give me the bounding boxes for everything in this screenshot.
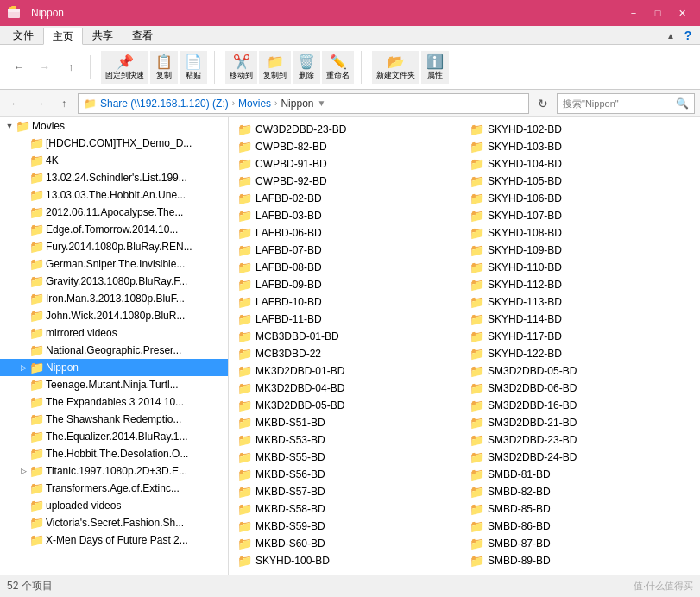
tree-item[interactable]: 📁mirrored videos: [0, 324, 228, 342]
tree-item[interactable]: 📁German.Sniper.The.Invisible...: [0, 255, 228, 273]
tree-item[interactable]: 📁13.02.24.Schindler's.List.199...: [0, 169, 228, 186]
rename-button[interactable]: ✏️ 重命名: [322, 51, 354, 84]
folder-item[interactable]: 📁SKYHD-104-BD: [464, 155, 697, 173]
folder-item[interactable]: 📁SKYHD-108-BD: [464, 224, 697, 242]
copy-to-button[interactable]: 📁 复制到: [259, 51, 291, 84]
ribbon-forward-button[interactable]: →: [33, 55, 57, 79]
folder-item[interactable]: 📁LAFBD-07-BD: [232, 242, 464, 259]
up-button[interactable]: ↑: [54, 93, 74, 114]
move-to-button[interactable]: ✂️ 移动到: [225, 51, 257, 84]
folder-item[interactable]: 📁MK3D2DBD-04-BD: [232, 380, 464, 397]
tree-item[interactable]: 📁Fury.2014.1080p.BluRay.REN...: [0, 238, 228, 255]
folder-item[interactable]: 📁MKBD-S53-BD: [232, 431, 464, 449]
folder-item[interactable]: 📁CWPBD-82-BD: [232, 138, 464, 155]
folder-item[interactable]: 📁SM3D2DBD-21-BD: [464, 414, 697, 431]
search-input[interactable]: [563, 98, 676, 109]
folder-item[interactable]: 📁MKBD-S55-BD: [232, 449, 464, 466]
folder-item[interactable]: 📁SM3D2DBD-16-BD: [464, 397, 697, 414]
back-button[interactable]: ←: [5, 93, 26, 114]
paste-button[interactable]: 📄 粘贴: [180, 51, 207, 84]
ribbon-collapse-button[interactable]: ▲: [662, 27, 679, 44]
maximize-button[interactable]: □: [646, 5, 669, 21]
folder-item[interactable]: 📁SKYHD-107-BD: [464, 207, 697, 224]
folder-item[interactable]: 📁SMBD-86-BD: [464, 518, 697, 535]
tree-item[interactable]: 📁John.Wick.2014.1080p.BluR...: [0, 307, 228, 324]
folder-item[interactable]: 📁LAFBD-10-BD: [232, 293, 464, 311]
folder-item[interactable]: 📁MCB3DBD-01-BD: [232, 328, 464, 345]
tab-file[interactable]: 文件: [3, 27, 43, 44]
tab-share[interactable]: 共享: [83, 27, 123, 44]
ribbon-up-button[interactable]: ↑: [59, 55, 83, 79]
pin-to-quick-button[interactable]: 📌 固定到快速: [101, 51, 148, 84]
folder-item[interactable]: 📁CWPBD-92-BD: [232, 173, 464, 190]
folder-item[interactable]: 📁SMBD-85-BD: [464, 500, 697, 518]
folder-item[interactable]: 📁LAFBD-02-BD: [232, 190, 464, 207]
folder-item[interactable]: 📁MKBD-S60-BD: [232, 535, 464, 552]
address-path[interactable]: 📁 Share (\\192.168.1.120) (Z:) › Movies …: [78, 93, 529, 114]
tree-item[interactable]: ▼📁Movies: [0, 117, 228, 135]
folder-item[interactable]: 📁SM3D2DBD-05-BD: [464, 362, 697, 380]
tree-item[interactable]: 📁Iron.Man.3.2013.1080p.BluF...: [0, 290, 228, 307]
folder-item[interactable]: 📁CW3D2DBD-23-BD: [232, 121, 464, 138]
folder-item[interactable]: 📁SKYHD-112-BD: [464, 276, 697, 293]
folder-item[interactable]: 📁SKYHD-110-BD: [464, 259, 697, 276]
minimize-button[interactable]: −: [622, 5, 645, 21]
folder-item[interactable]: 📁SKYHD-105-BD: [464, 173, 697, 190]
tree-item[interactable]: 📁Edge.of.Tomorrow.2014.10...: [0, 221, 228, 238]
folder-item[interactable]: 📁MKBD-S59-BD: [232, 518, 464, 535]
path-dropdown-arrow[interactable]: ▼: [317, 98, 325, 108]
ribbon-back-button[interactable]: ←: [7, 55, 31, 79]
tree-item[interactable]: 📁The Expandables 3 2014 10...: [0, 393, 228, 411]
tree-item[interactable]: 📁X-Men Days of Future Past 2...: [0, 531, 228, 549]
folder-item[interactable]: 📁SKYHD-109-BD: [464, 242, 697, 259]
folder-item[interactable]: 📁SKYHD-100-BD: [232, 552, 464, 569]
folder-item[interactable]: 📁LAFBD-06-BD: [232, 224, 464, 242]
tree-item[interactable]: 📁[HDCHD.COM]THX_Demo_D...: [0, 135, 228, 152]
folder-item[interactable]: 📁SKYHD-117-BD: [464, 328, 697, 345]
folder-item[interactable]: 📁MK3D2DBD-01-BD: [232, 362, 464, 380]
tree-item[interactable]: 📁Gravity.2013.1080p.BluRay.F...: [0, 273, 228, 290]
tree-item[interactable]: 📁Transformers.Age.of.Extinc...: [0, 480, 228, 497]
folder-item[interactable]: 📁SKYHD-114-BD: [464, 311, 697, 328]
folder-item[interactable]: 📁SM3D2DBD-24-BD: [464, 449, 697, 466]
folder-item[interactable]: 📁SM3D2DBD-06-BD: [464, 380, 697, 397]
tree-item[interactable]: 📁uploaded videos: [0, 497, 228, 514]
path-part-share[interactable]: Share (\\192.168.1.120) (Z:): [100, 97, 229, 110]
folder-item[interactable]: 📁SKYHD-122-BD: [464, 345, 697, 362]
folder-item[interactable]: 📁SMBD-87-BD: [464, 535, 697, 552]
tree-item[interactable]: 📁Victoria's.Secret.Fashion.Sh...: [0, 514, 228, 531]
tree-item[interactable]: ▷📁Nippon: [0, 359, 228, 376]
folder-item[interactable]: 📁SMBD-81-BD: [464, 466, 697, 483]
folder-item[interactable]: 📁SMBD-82-BD: [464, 483, 697, 500]
tree-item[interactable]: 📁The.Hobbit.The.Desolation.O...: [0, 445, 228, 462]
tree-item[interactable]: 📁4K: [0, 152, 228, 169]
folder-item[interactable]: 📁SMBD-89-BD: [464, 552, 697, 569]
path-part-movies[interactable]: Movies: [238, 97, 271, 110]
folder-item[interactable]: 📁MK3D2DBD-05-BD: [232, 397, 464, 414]
tree-item[interactable]: 📁13.03.03.The.Hobbit.An.Une...: [0, 186, 228, 204]
path-part-nippon[interactable]: Nippon: [281, 97, 313, 110]
folder-item[interactable]: 📁MKBD-S57-BD: [232, 483, 464, 500]
tree-item[interactable]: ▷📁Titanic.1997.1080p.2D+3D.E...: [0, 462, 228, 480]
delete-button[interactable]: 🗑️ 删除: [293, 51, 320, 84]
folder-item[interactable]: 📁LAFBD-09-BD: [232, 276, 464, 293]
search-box[interactable]: 🔍: [557, 93, 695, 114]
copy-button[interactable]: 📋 复制: [150, 51, 178, 84]
folder-item[interactable]: 📁MKBD-S58-BD: [232, 500, 464, 518]
new-folder-button[interactable]: 📂 新建文件夹: [372, 51, 419, 84]
tree-item[interactable]: 📁The.Equalizer.2014.BluRay.1...: [0, 428, 228, 445]
tree-item[interactable]: 📁National.Geographic.Preser...: [0, 342, 228, 359]
close-button[interactable]: ✕: [671, 5, 693, 21]
folder-item[interactable]: 📁MCB3DBD-22: [232, 345, 464, 362]
folder-item[interactable]: 📁LAFBD-11-BD: [232, 311, 464, 328]
folder-item[interactable]: 📁SKYHD-106-BD: [464, 190, 697, 207]
tree-item[interactable]: 📁2012.06.11.Apocalypse.The...: [0, 204, 228, 221]
folder-item[interactable]: 📁MKBD-S56-BD: [232, 466, 464, 483]
folder-item[interactable]: 📁LAFBD-03-BD: [232, 207, 464, 224]
tab-home[interactable]: 主页: [43, 28, 83, 45]
refresh-button[interactable]: ↻: [533, 93, 553, 114]
folder-item[interactable]: 📁SKYHD-103-BD: [464, 138, 697, 155]
folder-item[interactable]: 📁CWPBD-91-BD: [232, 155, 464, 173]
forward-button[interactable]: →: [29, 93, 50, 114]
properties-button[interactable]: ℹ️ 属性: [421, 51, 449, 84]
